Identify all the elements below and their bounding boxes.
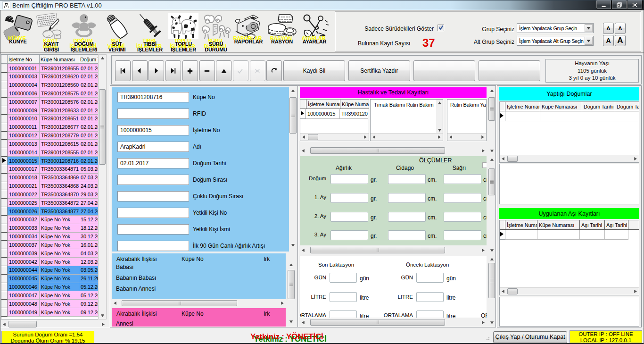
animal-row[interactable]: 1000000007TR3900120857602.01.20 — [1, 98, 98, 106]
nav-first-button[interactable] — [115, 60, 131, 81]
cell-kupe-no[interactable]: Küpe No Yok — [40, 283, 79, 292]
scroll-right-arrow[interactable] — [279, 300, 286, 307]
alt-group-select-arrow[interactable] — [585, 37, 593, 45]
meas-weight-2[interactable] — [330, 193, 368, 203]
vaccines-cell1[interactable] — [505, 230, 537, 240]
cell-isletme-no[interactable]: 1000000046 — [8, 283, 40, 292]
scroll-up-arrow[interactable] — [287, 261, 295, 268]
animal-row[interactable]: 1000000010TR3900120865102.01.20 — [1, 115, 98, 123]
scroll-left-arrow[interactable] — [300, 319, 307, 326]
scroll-right-arrow[interactable] — [99, 320, 107, 328]
births-cell3[interactable] — [582, 111, 615, 121]
meas-weight-1[interactable] — [330, 174, 368, 184]
form-field-6[interactable] — [117, 175, 189, 185]
cell-kupe-no[interactable]: Küpe No Yok — [40, 249, 79, 258]
cell-isletme-no[interactable]: 1000000048 — [8, 300, 40, 308]
meas-sagri-1[interactable] — [444, 174, 481, 184]
cell-dogum-tarihi[interactable]: 02.01.20 — [79, 157, 98, 165]
cell-kupe-no[interactable]: Küpe No Yok — [40, 258, 79, 266]
cell-isletme-no[interactable]: 1000000021 — [8, 182, 40, 191]
cell-isletme-no[interactable]: 1000000014 — [8, 148, 40, 157]
cell-dogum-tarihi[interactable]: 26.11.20 — [79, 275, 98, 283]
print-certificate-button[interactable]: Sertifika Yazdır — [348, 60, 410, 81]
cell-kupe-no[interactable]: TR39001208655 — [40, 64, 79, 73]
animal-row[interactable]: 1000000006TR3900120857502.01.20 — [1, 89, 98, 98]
scroll-thumb[interactable] — [308, 134, 318, 140]
health-grid-hscrollbar[interactable] — [300, 133, 369, 141]
cell-kupe-no[interactable]: Küpe No Yok — [40, 224, 79, 233]
cell-kupe-no[interactable]: Küpe No Yok — [40, 216, 79, 224]
cell-isletme-no[interactable]: 1000000049 — [8, 308, 40, 317]
cell-dogum-tarihi[interactable]: 02.01.20 — [79, 148, 98, 157]
form-field-9[interactable] — [117, 224, 189, 235]
cell-kupe-no[interactable]: TR39001208560 — [40, 81, 79, 90]
memo2-hscrollbar[interactable] — [447, 133, 486, 141]
cell-dogum-tarihi[interactable]: 02.01.20 — [79, 132, 98, 140]
cell-isletme-no[interactable]: 1000000045 — [8, 275, 40, 283]
col-isletme-no[interactable]: İşletme No — [8, 55, 40, 63]
animal-row[interactable]: 1000000048Küpe No Yok09.12.20 — [1, 300, 98, 308]
births-col4[interactable]: Doğum Tar — [615, 102, 639, 111]
cell-kupe-no[interactable]: TR35003364869 — [40, 174, 79, 182]
cell-dogum-tarihi[interactable]: 05.12.20 — [79, 291, 98, 300]
font-small-button[interactable]: A — [603, 23, 614, 34]
measurements-vscrollbar[interactable] — [488, 156, 495, 254]
scroll-down-arrow[interactable] — [488, 319, 495, 326]
memo1-hscrollbar[interactable] — [371, 133, 443, 141]
col-kupe-numarasi[interactable]: Küpe Numarası — [40, 55, 79, 63]
lakt-input2-3[interactable] — [416, 310, 444, 318]
cell-kupe-no[interactable]: Küpe No Yok — [40, 275, 79, 283]
animal-row[interactable]: 1000000046Küpe No Yok05.12.20 — [1, 283, 98, 292]
scroll-up-arrow[interactable] — [289, 87, 297, 94]
cell-dogum-tarihi[interactable]: 09.12.20 — [79, 300, 98, 308]
cell-kupe-no[interactable]: Küpe No Yok — [40, 308, 79, 317]
form-field-1[interactable]: TR39001208716 — [117, 92, 189, 102]
births-cell2[interactable] — [540, 111, 582, 121]
cell-isletme-no[interactable]: 1000000010 — [8, 115, 40, 123]
cell-dogum-tarihi[interactable]: 16.01.20 — [79, 241, 98, 249]
scroll-right-arrow[interactable] — [479, 134, 486, 141]
cell-dogum-tarihi[interactable]: 07.03.20 — [79, 174, 98, 182]
health-cell-isletme[interactable]: 1000000015 — [306, 109, 340, 119]
cell-dogum-tarihi[interactable]: 02.01.20 — [79, 98, 98, 106]
vaccines-cell2[interactable] — [537, 230, 580, 240]
births-cell4[interactable] — [615, 111, 639, 121]
cell-isletme-no[interactable]: 1000000011 — [8, 123, 40, 132]
cell-dogum-tarihi[interactable]: 05.03.20 — [79, 165, 98, 174]
cell-isletme-no[interactable]: 1000000025 — [8, 199, 40, 207]
cell-dogum-tarihi[interactable]: 29.03.20 — [79, 190, 98, 199]
nav-refresh-button[interactable] — [266, 60, 282, 81]
scroll-left-arrow[interactable] — [371, 134, 378, 141]
animal-row[interactable]: 1000000004TR3900120856002.01.20 — [1, 81, 98, 90]
font-normal-button[interactable]: A — [615, 23, 626, 34]
cell-kupe-no[interactable]: TR39001208620 — [40, 73, 79, 81]
scroll-left-arrow[interactable] — [300, 147, 307, 154]
cell-dogum-tarihi[interactable]: 27.04.20 — [79, 199, 98, 207]
cell-isletme-no[interactable]: 1000000009 — [8, 106, 40, 115]
cell-kupe-no[interactable]: Küpe No Yok — [40, 300, 79, 308]
births-col3[interactable]: Doğum Tarihi — [582, 102, 615, 111]
scroll-left-arrow[interactable] — [500, 288, 507, 295]
animal-row[interactable]: 1000000044Küpe No Yok03.05.20 — [1, 266, 98, 275]
cell-kupe-no[interactable]: TR39001208677 — [40, 123, 79, 132]
health-vscrollbar[interactable] — [488, 87, 495, 154]
cell-dogum-tarihi[interactable]: 02.01.20 — [79, 115, 98, 123]
scroll-thumb[interactable] — [507, 156, 518, 162]
scroll-left-arrow[interactable] — [1, 320, 8, 328]
cell-isletme-no[interactable]: 1000000042 — [8, 258, 40, 266]
animal-row[interactable]: 1000000012TR3900120877902.01.20 — [1, 132, 98, 140]
cell-isletme-no[interactable]: 1000000033 — [8, 224, 40, 233]
identity-form-vscrollbar[interactable] — [289, 87, 297, 249]
animal-row[interactable]: 1000000022TR3500336487029.03.20 — [1, 190, 98, 199]
animal-row[interactable]: 1000000037Küpe No Yok16.01.20 — [1, 241, 98, 249]
blank-button-1[interactable] — [413, 60, 475, 81]
scroll-thumb[interactable] — [488, 263, 495, 298]
cell-isletme-no[interactable]: 1000000022 — [8, 190, 40, 199]
cell-dogum-tarihi[interactable]: 02.01.20 — [79, 81, 98, 90]
nav-last-button[interactable] — [165, 60, 181, 81]
vaccines-cell3[interactable] — [580, 230, 605, 240]
scroll-left-arrow[interactable] — [300, 246, 307, 254]
cell-dogum-tarihi[interactable]: 30.12.20 — [79, 233, 98, 241]
scroll-right-arrow[interactable] — [632, 155, 639, 162]
cell-dogum-tarihi[interactable]: 04.03.20 — [79, 249, 98, 258]
